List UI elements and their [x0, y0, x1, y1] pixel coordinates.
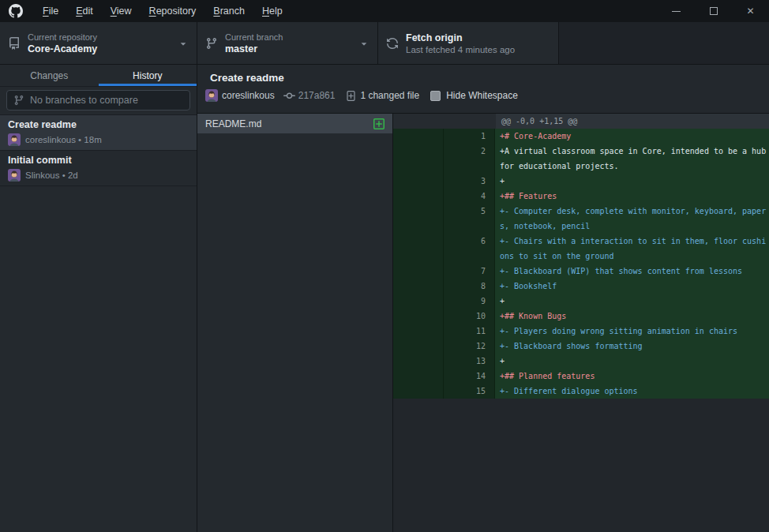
- menu-file[interactable]: File: [34, 0, 67, 22]
- diff-viewer: @@ -0,0 +1,15 @@ 1 +# Core-Academy 2 +A …: [393, 114, 769, 532]
- diff-added-line: 13 +: [393, 354, 769, 369]
- fetch-origin-title: Fetch origin: [406, 32, 515, 43]
- fetch-origin-button[interactable]: Fetch origin Last fetched 4 minutes ago: [378, 22, 559, 64]
- diff-line-text: +- Blackboard (WIP) that shows content f…: [495, 264, 769, 279]
- diff-added-line: 2 +A virtual classroom space in Core, in…: [393, 144, 769, 174]
- git-branch-icon: [13, 95, 24, 106]
- minimize-icon: [672, 11, 681, 12]
- diff-line-text: +: [495, 294, 769, 309]
- window-controls: ✕: [658, 0, 769, 22]
- diff-line-number: 5: [444, 204, 495, 234]
- commit-author-time: Slinkous • 2d: [25, 170, 78, 180]
- menu-help[interactable]: Help: [253, 0, 291, 22]
- file-name: README.md: [205, 118, 261, 129]
- diff-line-text: +## Known Bugs: [495, 309, 769, 324]
- chevron-down-icon: [178, 38, 189, 49]
- github-desktop-window: File Edit View Repository Branch Help ✕ …: [0, 0, 769, 532]
- diff-hunk-header: @@ -0,0 +1,15 @@: [393, 114, 769, 129]
- commit-summary-title: Create readme: [210, 72, 756, 84]
- diff-gutter-old: [393, 144, 444, 174]
- current-repository-value: Core-Academy: [28, 43, 97, 54]
- git-branch-icon: [205, 37, 218, 50]
- menubar: File Edit View Repository Branch Help: [34, 0, 291, 22]
- diff-line-number: 6: [444, 234, 495, 264]
- titlebar: File Edit View Repository Branch Help ✕: [0, 0, 769, 22]
- diff-line-text: +- Computer desk, complete with monitor,…: [495, 204, 769, 234]
- hide-whitespace-label: Hide Whitespace: [446, 90, 518, 101]
- diff-gutter-old: [393, 204, 444, 234]
- changed-files-panel: README.md: [197, 114, 393, 532]
- menu-repository[interactable]: Repository: [141, 0, 205, 22]
- diff-gutter-old: [393, 354, 444, 369]
- diff-hunk-text: @@ -0,0 +1,15 @@: [496, 114, 769, 129]
- diff-line-number: 9: [444, 294, 495, 309]
- sync-icon: [386, 37, 399, 50]
- diff-gutter-old: [393, 309, 444, 324]
- diff-line-number: 13: [444, 354, 495, 369]
- diff-hunk-gutter: [393, 114, 496, 129]
- diff-line-number: 2: [444, 144, 495, 174]
- tab-changes[interactable]: Changes: [0, 65, 99, 86]
- commit-row[interactable]: Initial commit Slinkous • 2d: [0, 151, 197, 186]
- diff-line-text: +- Blackboard shows formatting: [495, 339, 769, 354]
- branch-filter-container: No branches to compare: [0, 87, 197, 115]
- diff-added-line: 10 +## Known Bugs: [393, 309, 769, 324]
- menu-view[interactable]: View: [102, 0, 141, 22]
- sidebar: Changes History No branches to compare C…: [0, 65, 197, 532]
- current-branch-button[interactable]: Current branch master: [197, 22, 378, 64]
- commit-list: Create readme coreslinkous • 18m Initial…: [0, 115, 197, 532]
- diff-line-number: 10: [444, 309, 495, 324]
- diff-gutter-old: [393, 189, 444, 204]
- minimize-button[interactable]: [658, 0, 695, 22]
- diff-line-text: +- Players doing wrong sitting animation…: [495, 324, 769, 339]
- diff-added-line: 14 +## Planned features: [393, 369, 769, 384]
- close-button[interactable]: ✕: [732, 0, 769, 22]
- diff-added-icon: [373, 118, 385, 130]
- diff-gutter-old: [393, 234, 444, 264]
- diff-gutter-old: [393, 324, 444, 339]
- diff-line-number: 8: [444, 279, 495, 294]
- tab-history[interactable]: History: [99, 65, 197, 86]
- branch-filter-input[interactable]: No branches to compare: [6, 90, 190, 111]
- diff-lines: 1 +# Core-Academy 2 +A virtual classroom…: [393, 129, 769, 399]
- diff-line-number: 3: [444, 174, 495, 189]
- fetch-origin-subtitle: Last fetched 4 minutes ago: [406, 45, 515, 54]
- diff-gutter-old: [393, 339, 444, 354]
- diff-added-line: 11 +- Players doing wrong sitting animat…: [393, 324, 769, 339]
- diff-line-number: 1: [444, 129, 495, 144]
- github-logo-icon: [9, 4, 23, 18]
- diff-added-line: 5 +- Computer desk, complete with monito…: [393, 204, 769, 234]
- hide-whitespace-checkbox[interactable]: [430, 91, 441, 101]
- diff-line-number: 15: [444, 384, 495, 399]
- diff-line-text: +: [495, 354, 769, 369]
- diff-line-text: +# Core-Academy: [495, 129, 769, 144]
- diff-added-line: 3 +: [393, 174, 769, 189]
- diff-gutter-old: [393, 294, 444, 309]
- diff-added-line: 8 +- Bookshelf: [393, 279, 769, 294]
- diff-line-number: 7: [444, 264, 495, 279]
- diff-gutter-old: [393, 369, 444, 384]
- commit-sha[interactable]: 217a861: [298, 90, 336, 101]
- diff-line-text: +- Bookshelf: [495, 279, 769, 294]
- maximize-button[interactable]: [695, 0, 732, 22]
- commit-row[interactable]: Create readme coreslinkous • 18m: [0, 115, 197, 151]
- changed-file-icon: [345, 90, 357, 102]
- avatar: [8, 133, 21, 146]
- commit-title: Initial commit: [8, 155, 189, 166]
- close-icon: ✕: [746, 6, 754, 16]
- diff-line-number: 11: [444, 324, 495, 339]
- diff-line-number: 12: [444, 339, 495, 354]
- avatar: [205, 89, 218, 102]
- menu-branch[interactable]: Branch: [204, 0, 253, 22]
- diff-line-number: 14: [444, 369, 495, 384]
- menu-edit[interactable]: Edit: [67, 0, 102, 22]
- diff-line-number: 4: [444, 189, 495, 204]
- commit-summary-header: Create readme coreslinkous 217a861 1 cha…: [197, 65, 769, 114]
- diff-added-line: 1 +# Core-Academy: [393, 129, 769, 144]
- commit-meta-row: coreslinkous 217a861 1 changed file Hide…: [205, 89, 756, 102]
- git-commit-icon: [283, 90, 295, 102]
- current-repository-button[interactable]: Current repository Core-Academy: [0, 22, 197, 64]
- diff-line-text: +A virtual classroom space in Core, inte…: [495, 144, 769, 174]
- file-row-readme[interactable]: README.md: [197, 114, 392, 133]
- diff-line-text: +- Chairs with a interaction to sit in t…: [495, 234, 769, 264]
